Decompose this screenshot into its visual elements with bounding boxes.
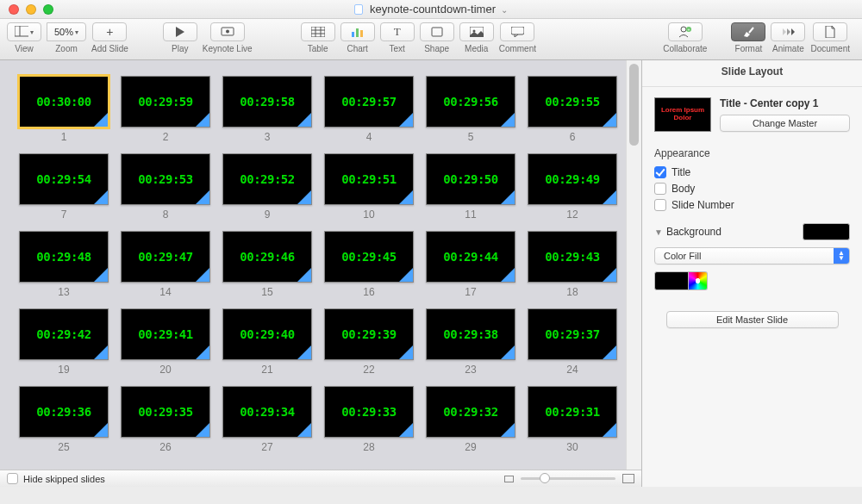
- zoom-control[interactable]: 50%▾: [47, 22, 86, 41]
- slide-thumbnail[interactable]: 00:29:55: [528, 76, 617, 128]
- slide-cell[interactable]: 00:29:4912: [528, 153, 617, 221]
- slide-thumbnail[interactable]: 00:29:40: [222, 308, 312, 360]
- slide-cell[interactable]: 00:29:574: [324, 76, 414, 143]
- slide-cell[interactable]: 00:29:3625: [19, 386, 109, 453]
- slide-thumbnail[interactable]: 00:29:36: [19, 386, 109, 438]
- slide-cell[interactable]: 00:29:592: [121, 76, 210, 143]
- slide-cell[interactable]: 00:29:4219: [19, 308, 109, 376]
- slide-cell[interactable]: 00:29:4318: [528, 231, 617, 298]
- slide-thumbnail[interactable]: 00:29:48: [19, 231, 109, 283]
- slide-thumbnail[interactable]: 00:29:45: [324, 231, 414, 283]
- zoom-slider-knob[interactable]: [540, 473, 550, 483]
- slide-thumbnail[interactable]: 00:29:42: [19, 308, 109, 360]
- document-title[interactable]: keynote-countdown-timer ⌄: [0, 3, 862, 16]
- slide-thumbnail[interactable]: 00:29:50: [426, 153, 515, 205]
- background-fill-select[interactable]: Color Fill ▲▼: [654, 247, 850, 264]
- slide-cell[interactable]: 00:29:3724: [528, 308, 617, 376]
- slide-cell[interactable]: 00:30:001: [19, 76, 109, 143]
- slide-thumbnail[interactable]: 00:29:52: [222, 153, 312, 205]
- background-swatch[interactable]: [803, 223, 850, 240]
- slide-thumbnail[interactable]: 00:29:38: [426, 308, 515, 360]
- slide-thumbnail[interactable]: 00:29:57: [324, 76, 414, 128]
- slide-thumbnail[interactable]: 00:29:37: [528, 308, 617, 360]
- slide-thumbnail[interactable]: 00:29:41: [121, 308, 210, 360]
- slide-thumbnail[interactable]: 00:29:53: [121, 153, 210, 205]
- slide-thumbnail[interactable]: 00:29:56: [426, 76, 515, 128]
- slide-cell[interactable]: 00:29:3328: [324, 386, 414, 453]
- slide-cell[interactable]: 00:29:4813: [19, 231, 109, 298]
- slide-cell[interactable]: 00:29:3130: [528, 386, 617, 453]
- slide-cell[interactable]: 00:29:4714: [121, 231, 210, 298]
- slide-cell[interactable]: 00:29:4615: [222, 231, 312, 298]
- zoom-out-icon[interactable]: [504, 476, 514, 482]
- title-checkbox[interactable]: [654, 166, 666, 178]
- slide-thumbnail[interactable]: 00:29:32: [426, 386, 515, 438]
- slide-thumbnail[interactable]: 00:29:35: [121, 386, 210, 438]
- scrollbar-thumb[interactable]: [629, 64, 639, 146]
- svg-point-17: [681, 27, 686, 32]
- collaborate-button[interactable]: +: [668, 22, 703, 41]
- format-button[interactable]: [731, 22, 765, 41]
- animate-button[interactable]: [771, 22, 805, 41]
- slide-thumbnail[interactable]: 00:29:34: [222, 386, 312, 438]
- zoom-in-icon[interactable]: [622, 474, 634, 483]
- window-minimize-button[interactable]: [26, 4, 36, 15]
- slide-thumbnail[interactable]: 00:29:51: [324, 153, 414, 205]
- slide-cell[interactable]: 00:29:4516: [324, 231, 414, 298]
- zoom-value[interactable]: 50%▾: [47, 22, 86, 41]
- window-zoom-button[interactable]: [43, 4, 53, 15]
- slide-number-checkbox[interactable]: [654, 199, 666, 211]
- document-button[interactable]: [813, 22, 847, 41]
- zoom-slider[interactable]: [521, 477, 615, 480]
- slide-thumbnail[interactable]: 00:30:00: [19, 76, 109, 128]
- master-thumbnail[interactable]: Lorem Ipsum Dolor: [654, 97, 711, 132]
- play-button[interactable]: [163, 22, 197, 41]
- slide-cell[interactable]: 00:29:4021: [222, 308, 312, 376]
- comment-button[interactable]: [500, 22, 534, 41]
- hide-skipped-checkbox[interactable]: [7, 473, 18, 484]
- shape-button[interactable]: [420, 22, 454, 41]
- slide-thumbnail[interactable]: 00:29:54: [19, 153, 109, 205]
- slide-thumbnail[interactable]: 00:29:31: [528, 386, 617, 438]
- slide-cell[interactable]: 00:29:3229: [426, 386, 515, 453]
- slide-thumbnail[interactable]: 00:29:47: [121, 231, 210, 283]
- disclosure-triangle-icon[interactable]: ▼: [654, 227, 663, 237]
- slide-cell[interactable]: 00:29:3427: [222, 386, 312, 453]
- slide-thumbnail[interactable]: 00:29:33: [324, 386, 414, 438]
- slide-cell[interactable]: 00:29:538: [121, 153, 210, 221]
- slide-thumbnail[interactable]: 00:29:46: [222, 231, 312, 283]
- chart-button[interactable]: [340, 22, 375, 41]
- media-button[interactable]: [459, 22, 494, 41]
- vertical-scrollbar[interactable]: [626, 60, 641, 470]
- slide-cell[interactable]: 00:29:583: [222, 76, 312, 143]
- slide-cell[interactable]: 00:29:4417: [426, 231, 515, 298]
- window-close-button[interactable]: [9, 4, 19, 15]
- change-master-button[interactable]: Change Master: [720, 115, 850, 132]
- background-color-swatch[interactable]: [654, 271, 689, 290]
- slide-thumbnail[interactable]: 00:29:59: [121, 76, 210, 128]
- table-button[interactable]: [301, 22, 335, 41]
- slide-thumbnail[interactable]: 00:29:39: [324, 308, 414, 360]
- slide-thumbnail[interactable]: 00:29:58: [222, 76, 312, 128]
- slide-thumbnail[interactable]: 00:29:49: [528, 153, 617, 205]
- slide-cell[interactable]: 00:29:3823: [426, 308, 515, 376]
- slide-thumbnail[interactable]: 00:29:43: [528, 231, 617, 283]
- keynote-live-button[interactable]: [210, 22, 245, 41]
- slide-cell[interactable]: 00:29:565: [426, 76, 515, 143]
- slide-cell[interactable]: 00:29:547: [19, 153, 109, 221]
- slide-cell[interactable]: 00:29:3526: [121, 386, 210, 453]
- slide-cell[interactable]: 00:29:3922: [324, 308, 414, 376]
- slide-cell[interactable]: 00:29:4120: [121, 308, 210, 376]
- slide-thumbnail[interactable]: 00:29:44: [426, 231, 515, 283]
- text-button[interactable]: T: [380, 22, 415, 41]
- color-picker-button[interactable]: [689, 271, 708, 290]
- body-checkbox[interactable]: [654, 183, 666, 195]
- edit-master-slide-button[interactable]: Edit Master Slide: [666, 311, 839, 328]
- add-slide-button[interactable]: +: [92, 22, 127, 41]
- slide-cell[interactable]: 00:29:556: [528, 76, 617, 143]
- slide-cell[interactable]: 00:29:5110: [324, 153, 414, 221]
- light-table-view[interactable]: 00:30:00100:29:59200:29:58300:29:57400:2…: [0, 60, 626, 470]
- slide-cell[interactable]: 00:29:5011: [426, 153, 515, 221]
- slide-cell[interactable]: 00:29:529: [222, 153, 312, 221]
- view-button[interactable]: ▾: [7, 22, 41, 41]
